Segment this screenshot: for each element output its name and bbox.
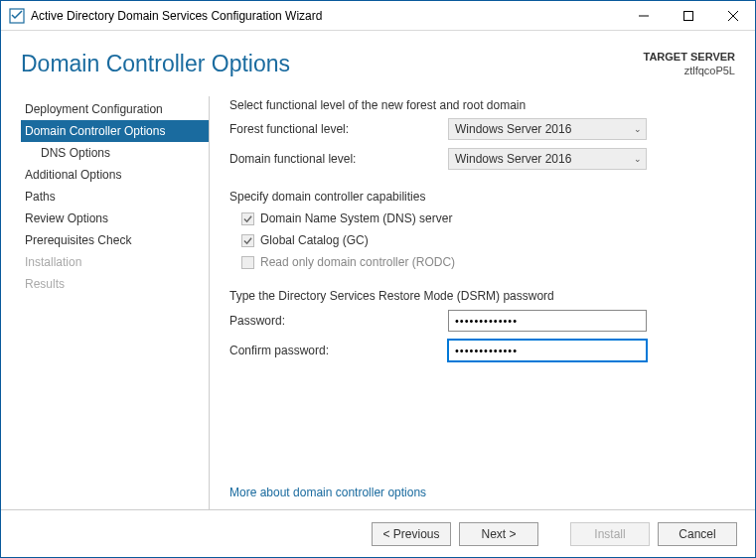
- section-dsrm: Type the Directory Services Restore Mode…: [229, 289, 727, 303]
- gc-checkbox-label: Global Catalog (GC): [260, 233, 369, 247]
- chevron-down-icon: ⌄: [634, 124, 642, 134]
- target-server-label: TARGET SERVER: [644, 50, 736, 64]
- minimize-button[interactable]: [621, 1, 666, 30]
- rodc-checkbox-label: Read only domain controller (RODC): [260, 255, 455, 269]
- svg-rect-2: [683, 11, 692, 20]
- forest-level-dropdown[interactable]: Windows Server 2016 ⌄: [448, 118, 647, 140]
- app-icon: [9, 8, 25, 24]
- confirm-password-input[interactable]: [448, 340, 647, 361]
- window-title: Active Directory Domain Services Configu…: [31, 9, 621, 23]
- domain-level-value: Windows Server 2016: [455, 152, 571, 166]
- previous-button[interactable]: < Previous: [372, 522, 451, 546]
- target-server-value: ztlfqcoP5L: [644, 64, 736, 77]
- step-domain-controller-options[interactable]: Domain Controller Options: [21, 120, 209, 142]
- target-server: TARGET SERVER ztlfqcoP5L: [644, 50, 736, 78]
- forest-level-value: Windows Server 2016: [455, 122, 571, 136]
- chevron-down-icon: ⌄: [634, 154, 642, 164]
- step-installation: Installation: [21, 251, 209, 273]
- close-button[interactable]: [710, 1, 755, 30]
- domain-level-label: Domain functional level:: [229, 152, 448, 166]
- step-results: Results: [21, 273, 209, 295]
- footer: < Previous Next > Install Cancel: [1, 509, 755, 557]
- step-prerequisites-check[interactable]: Prerequisites Check: [21, 229, 209, 251]
- section-capabilities: Specify domain controller capabilities: [229, 190, 727, 204]
- domain-level-dropdown[interactable]: Windows Server 2016 ⌄: [448, 148, 647, 170]
- password-input[interactable]: [448, 310, 647, 332]
- step-dns-options[interactable]: DNS Options: [21, 142, 209, 164]
- window-buttons: [621, 1, 755, 30]
- main-panel: Select functional level of the new fores…: [210, 96, 755, 509]
- forest-level-label: Forest functional level:: [229, 122, 448, 136]
- page-title: Domain Controller Options: [21, 51, 290, 77]
- step-review-options[interactable]: Review Options: [21, 208, 209, 229]
- gc-checkbox: [241, 234, 254, 247]
- cancel-button[interactable]: Cancel: [658, 522, 737, 546]
- step-paths[interactable]: Paths: [21, 186, 209, 208]
- header: Domain Controller Options TARGET SERVER …: [1, 31, 755, 96]
- more-about-link[interactable]: More about domain controller options: [229, 486, 426, 499]
- maximize-button[interactable]: [666, 1, 710, 30]
- section-functional-level: Select functional level of the new fores…: [229, 98, 727, 112]
- dns-checkbox-label: Domain Name System (DNS) server: [260, 211, 452, 225]
- next-button[interactable]: Next >: [459, 522, 538, 546]
- dns-checkbox: [241, 212, 254, 225]
- titlebar: Active Directory Domain Services Configu…: [1, 1, 755, 31]
- wizard-steps: Deployment Configuration Domain Controll…: [21, 96, 210, 509]
- install-button: Install: [570, 522, 650, 546]
- body: Deployment Configuration Domain Controll…: [1, 96, 755, 509]
- confirm-password-label: Confirm password:: [229, 344, 448, 357]
- step-additional-options[interactable]: Additional Options: [21, 164, 209, 186]
- step-deployment-config[interactable]: Deployment Configuration: [21, 98, 209, 120]
- rodc-checkbox: [241, 256, 254, 269]
- password-label: Password:: [229, 314, 448, 328]
